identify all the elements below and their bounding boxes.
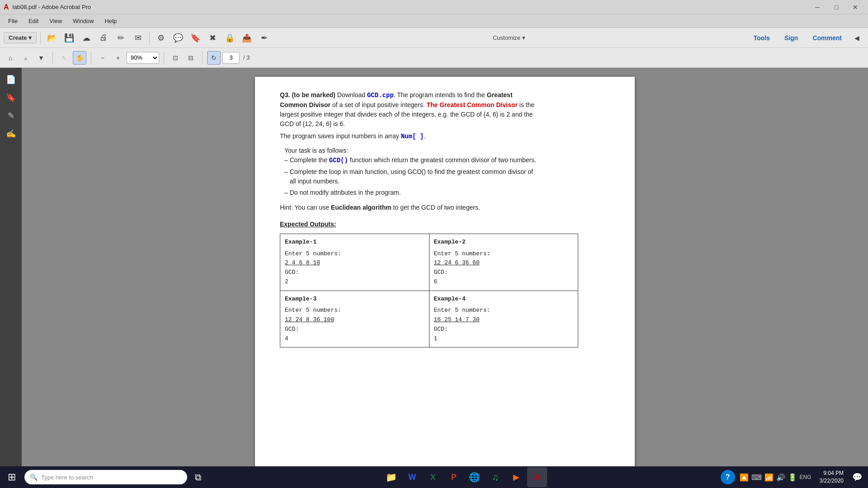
sidebar-bookmark-icon[interactable]: 🔖 — [3, 89, 19, 106]
example-4-body: Enter 5 numbers: 16 25 14 7 30 GCD: 1 — [434, 306, 574, 343]
sign-panel-button[interactable]: Sign — [777, 30, 805, 46]
clock[interactable]: 9:04 PM 3/22/2020 — [816, 469, 847, 485]
spotify-button[interactable]: ♫ — [486, 467, 505, 487]
home-button[interactable]: ⌂ — [4, 51, 17, 65]
select-tool-button[interactable]: ↖ — [57, 51, 71, 65]
delete-button[interactable]: ✖ — [205, 30, 220, 46]
menu-view[interactable]: View — [45, 16, 66, 26]
powerpoint-button[interactable]: P — [444, 467, 464, 487]
save-button[interactable]: 💾 — [61, 30, 77, 46]
toolbar-separator-2 — [149, 32, 150, 44]
expand-panel-button[interactable]: ◀ — [849, 30, 864, 46]
chevron-up-icon[interactable]: 🔼 — [740, 473, 749, 482]
tools-panel-button[interactable]: Tools — [746, 30, 777, 46]
create-dropdown-icon: ▾ — [28, 34, 32, 41]
menubar: File Edit View Window Help — [0, 14, 868, 28]
file-explorer-button[interactable]: 📁 — [382, 467, 401, 487]
email-button[interactable]: ✉ — [130, 30, 146, 46]
print-button[interactable]: 🖨 — [96, 30, 111, 46]
rotate-button[interactable]: ↻ — [207, 51, 221, 65]
example-2-body: Enter 5 numbers: 12 24 6 36 60 GCD: 6 — [434, 249, 574, 287]
edit-button[interactable]: ✏ — [113, 30, 128, 46]
task1-text: – Complete the GCD() function which retu… — [284, 155, 536, 165]
next-page-button[interactable]: ▼ — [34, 51, 48, 65]
gcd-func-code: GCD() — [329, 157, 348, 164]
q3-array-end: . — [424, 132, 425, 140]
battery-icon[interactable]: 🔋 — [788, 473, 797, 482]
close-button[interactable]: ✕ — [846, 0, 864, 14]
volume-icon[interactable]: 🔊 — [776, 473, 785, 482]
task-intro: Your task is as follows: — [284, 146, 610, 155]
sign-button[interactable]: ✒ — [256, 30, 272, 46]
start-button[interactable]: ⊞ — [2, 467, 22, 487]
open-button[interactable]: 📂 — [44, 30, 60, 46]
nav-separator-4 — [202, 52, 203, 64]
q3-para2: The program saves input numbers in array… — [280, 131, 610, 141]
titlebar-left: A lab08.pdf - Adobe Acrobat Pro — [4, 3, 91, 11]
example-1-input: 2 4 6 8 10 — [285, 259, 320, 266]
app-icon: A — [4, 3, 9, 11]
page-number-input[interactable] — [222, 52, 240, 64]
fit-width-button[interactable]: ⊟ — [184, 51, 198, 65]
cloud-button[interactable]: ☁ — [79, 30, 94, 46]
export-button[interactable]: 📤 — [239, 30, 255, 46]
menu-file[interactable]: File — [4, 16, 22, 26]
taskbar: ⊞ 🔍 Type here to search ⧉ 📁 W X P 🌐 ♫ ▶ … — [0, 466, 868, 488]
create-button[interactable]: Create ▾ — [4, 32, 37, 43]
search-input[interactable]: Type here to search — [41, 474, 182, 481]
task2-text: – Complete the loop in main function, us… — [284, 167, 533, 186]
comment-panel-button[interactable]: Comment — [805, 30, 849, 46]
examples-row-1: Example-1 Enter 5 numbers: 2 4 6 8 10 GC… — [280, 234, 578, 291]
q3-filename: GCD.cpp — [367, 92, 394, 99]
chrome-button[interactable]: 🌐 — [465, 467, 485, 487]
hint-text: Hint: You can use Euclidean algorithm to… — [280, 203, 610, 212]
main-toolbar: Create ▾ 📂 💾 ☁ 🖨 ✏ ✉ ⚙ 💬 🔖 ✖ 🔒 📤 ✒ Custo… — [0, 28, 868, 48]
language-indicator[interactable]: ENG — [800, 474, 811, 480]
prev-page-button[interactable]: ▲ — [19, 51, 33, 65]
minimize-button[interactable]: ─ — [808, 0, 826, 14]
excel-button[interactable]: X — [423, 467, 443, 487]
settings-button[interactable]: ⚙ — [153, 30, 169, 46]
example-3-input: 12 24 8 36 100 — [285, 316, 334, 323]
hand-tool-button[interactable]: ✋ — [73, 51, 86, 65]
menu-help[interactable]: Help — [100, 16, 122, 26]
zoom-out-button[interactable]: − — [96, 51, 109, 65]
sidebar-signature-icon[interactable]: ✍ — [3, 126, 19, 142]
sidebar-pages-icon[interactable]: 📄 — [3, 71, 19, 88]
word-button[interactable]: W — [402, 467, 422, 487]
protect-button[interactable]: 🔒 — [222, 30, 237, 46]
menu-edit[interactable]: Edit — [24, 16, 43, 26]
zoom-in-button[interactable]: + — [111, 51, 125, 65]
task-item-3: – Do not modify attributes in the progra… — [284, 188, 610, 197]
keyboard-icon[interactable]: ⌨ — [751, 473, 762, 482]
task-view-button[interactable]: ⧉ — [188, 467, 208, 487]
examples-table: Example-1 Enter 5 numbers: 2 4 6 8 10 GC… — [280, 234, 578, 347]
document-area[interactable]: Q3. (to be marked) Download GCD.cpp. The… — [22, 68, 868, 466]
comment-bubble-button[interactable]: 💬 — [170, 30, 186, 46]
q3-para1: Q3. (to be marked) Download GCD.cpp. The… — [280, 90, 610, 129]
menu-window[interactable]: Window — [68, 16, 98, 26]
examples-row-2: Example-3 Enter 5 numbers: 12 24 8 36 10… — [280, 291, 578, 347]
media-button[interactable]: ▶ — [506, 467, 526, 487]
customize-button[interactable]: Customize ▾ — [488, 33, 530, 43]
zoom-select[interactable]: 90% 50% 75% 100% 125% 150% 200% — [127, 52, 159, 64]
help-button[interactable]: ? — [721, 470, 735, 484]
example-1-cell: Example-1 Enter 5 numbers: 2 4 6 8 10 GC… — [280, 234, 429, 291]
notification-button[interactable]: 💬 — [848, 467, 866, 487]
date-display: 3/22/2020 — [820, 477, 844, 485]
wifi-icon[interactable]: 📶 — [764, 473, 774, 482]
bookmark-button[interactable]: 🔖 — [188, 30, 203, 46]
create-label: Create — [9, 34, 27, 41]
fit-page-button[interactable]: ⊡ — [169, 51, 182, 65]
search-box[interactable]: 🔍 Type here to search — [24, 470, 187, 484]
task-section: Your task is as follows: – Complete the … — [284, 146, 610, 197]
main-area: 📄 🔖 ✎ ✍ Q3. (to be marked) Download GCD.… — [0, 68, 868, 466]
example-3-body: Enter 5 numbers: 12 24 8 36 100 GCD: 4 — [285, 306, 425, 343]
acrobat-button[interactable]: A — [527, 467, 547, 487]
sidebar-annotation-icon[interactable]: ✎ — [3, 108, 19, 124]
maximize-button[interactable]: □ — [827, 0, 845, 14]
task-item-1: – Complete the GCD() function which retu… — [284, 155, 610, 165]
customize-label: Customize — [493, 34, 520, 41]
toolbar-separator-1 — [40, 32, 41, 44]
example-4-input: 16 25 14 7 30 — [434, 316, 480, 323]
